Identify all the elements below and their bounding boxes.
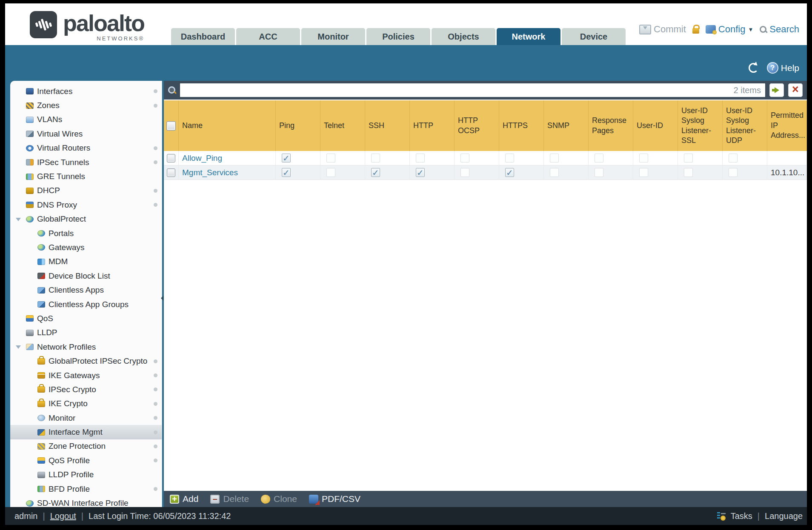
commit-button[interactable]: Commit xyxy=(639,24,686,35)
column-header-user-id-syslog-listener-ssl[interactable]: User-ID Syslog Listener-SSL xyxy=(678,100,723,151)
select-all-checkbox[interactable] xyxy=(166,121,176,131)
sidebar-item-globalprotect-ipsec-crypto[interactable]: GlobalProtect IPSec Crypto xyxy=(10,354,162,368)
sidebar-item-monitor[interactable]: Monitor xyxy=(10,411,162,425)
zones-icon xyxy=(26,103,34,109)
config-label: Config xyxy=(718,24,746,35)
sidebar-item-label: DHCP xyxy=(37,186,60,195)
column-header-ssh[interactable]: SSH xyxy=(365,100,410,151)
sidebar-item-dhcp[interactable]: DHCP xyxy=(10,184,162,198)
help-button[interactable]: ? Help xyxy=(767,62,799,74)
lock-icon[interactable] xyxy=(692,28,699,34)
item-dot xyxy=(154,373,157,377)
tab-policies[interactable]: Policies xyxy=(366,28,430,45)
sidebar-item-dns-proxy[interactable]: DNS Proxy xyxy=(10,198,162,212)
sidebar-item-vlans[interactable]: VLANs xyxy=(10,113,162,127)
app-window: paloalto NETWORKS® DashboardACCMonitorPo… xyxy=(5,3,807,525)
tab-acc[interactable]: ACC xyxy=(236,28,300,45)
cell-response-pages xyxy=(589,151,633,165)
expander-icon[interactable] xyxy=(16,345,21,349)
sidebar-item-portals[interactable]: Portals xyxy=(10,226,162,240)
apply-filter-button[interactable] xyxy=(769,83,784,97)
column-header-name[interactable]: Name xyxy=(179,100,276,151)
sidebar-item-zones[interactable]: Zones xyxy=(10,98,162,112)
sidebar-item-interface-mgmt[interactable]: Interface Mgmt xyxy=(10,425,162,439)
logout-link[interactable]: Logout xyxy=(50,511,76,521)
tab-monitor[interactable]: Monitor xyxy=(301,28,365,45)
sidebar-item-label: LLDP xyxy=(37,328,57,337)
clientless-app-groups-icon xyxy=(37,301,45,308)
delete-button[interactable]: Delete xyxy=(210,494,249,504)
sidebar-item-clientless-app-groups[interactable]: Clientless App Groups xyxy=(10,297,162,311)
column-header-user-id[interactable]: User-ID xyxy=(633,100,678,151)
sidebar-item-label: MDM xyxy=(49,257,68,266)
sidebar-item-qos[interactable]: QoS xyxy=(10,311,162,325)
monitor-icon xyxy=(37,415,45,421)
row-name-link[interactable]: Allow_Ping xyxy=(182,154,222,163)
column-header-http-ocsp[interactable]: HTTP OCSP xyxy=(455,100,499,151)
row-checkbox[interactable] xyxy=(167,168,175,177)
refresh-icon[interactable] xyxy=(749,63,758,73)
sidebar-item-globalprotect[interactable]: GlobalProtect xyxy=(10,212,162,226)
clone-button[interactable]: Clone xyxy=(261,494,297,504)
sidebar-item-network-profiles[interactable]: Network Profiles xyxy=(10,340,162,354)
unchecked-box xyxy=(326,154,335,162)
unchecked-box xyxy=(729,168,738,177)
column-header-telnet[interactable]: Telnet xyxy=(320,100,365,151)
row-checkbox[interactable] xyxy=(167,154,175,162)
row-name-link[interactable]: Mgmt_Services xyxy=(182,168,238,177)
sidebar-item-mdm[interactable]: MDM xyxy=(10,255,162,269)
column-header-https[interactable]: HTTPS xyxy=(499,100,544,151)
sidebar-item-virtual-wires[interactable]: Virtual Wires xyxy=(10,127,162,141)
sidebar: InterfacesZonesVLANsVirtual WiresVirtual… xyxy=(10,81,162,507)
tab-objects[interactable]: Objects xyxy=(432,28,495,45)
filter-input[interactable] xyxy=(180,83,765,97)
sidebar-item-ipsec-tunnels[interactable]: IPSec Tunnels xyxy=(10,155,162,169)
clear-filter-button[interactable]: × xyxy=(788,83,803,97)
tab-device[interactable]: Device xyxy=(562,28,626,45)
tab-network[interactable]: Network xyxy=(497,28,560,45)
sidebar-item-ike-crypto[interactable]: IKE Crypto xyxy=(10,397,162,411)
sidebar-collapse-icon[interactable] xyxy=(161,296,163,301)
sidebar-item-qos-profile[interactable]: QoS Profile xyxy=(10,453,162,467)
cell-user-id-syslog-listener-ssl xyxy=(678,151,723,165)
sidebar-item-lldp[interactable]: LLDP xyxy=(10,326,162,340)
column-header-permitted-ip-address[interactable]: Permitted IP Address... xyxy=(767,100,807,151)
pdf-csv-button[interactable]: PDF/CSV xyxy=(309,494,360,504)
cell-http-ocsp xyxy=(455,151,499,165)
column-header-http[interactable]: HTTP xyxy=(410,100,455,151)
column-header-snmp[interactable]: SNMP xyxy=(544,100,589,151)
item-dot xyxy=(154,416,157,420)
sidebar-item-virtual-routers[interactable]: Virtual Routers xyxy=(10,141,162,155)
sidebar-item-bfd-profile[interactable]: BFD Profile xyxy=(10,482,162,496)
sidebar-item-interfaces[interactable]: Interfaces xyxy=(10,84,162,98)
expander-icon[interactable] xyxy=(16,218,21,221)
red-x-icon: × xyxy=(792,84,799,95)
sidebar-item-lldp-profile[interactable]: LLDP Profile xyxy=(10,468,162,482)
sidebar-item-gateways[interactable]: Gateways xyxy=(10,240,162,254)
top-actions: Commit Config ▼ Search xyxy=(639,24,799,35)
add-button[interactable]: Add xyxy=(170,494,198,504)
sidebar-item-device-block-list[interactable]: Device Block List xyxy=(10,269,162,283)
language-link[interactable]: Language xyxy=(765,511,803,521)
sidebar-item-ike-gateways[interactable]: IKE Gateways xyxy=(10,368,162,382)
sidebar-item-zone-protection[interactable]: Zone Protection xyxy=(10,439,162,453)
checked-icon: ✓ xyxy=(282,168,291,177)
tasks-link[interactable]: Tasks xyxy=(731,511,752,521)
top-header: paloalto NETWORKS® DashboardACCMonitorPo… xyxy=(5,3,807,45)
column-header-response-pages[interactable]: Response Pages xyxy=(589,100,633,151)
sidebar-item-clientless-apps[interactable]: Clientless Apps xyxy=(10,283,162,297)
config-menu-button[interactable]: Config ▼ xyxy=(706,24,753,35)
global-search-button[interactable]: Search xyxy=(760,24,799,35)
sidebar-item-label: Interfaces xyxy=(37,87,72,96)
delete-icon xyxy=(210,495,220,504)
sidebar-item-ipsec-crypto[interactable]: IPSec Crypto xyxy=(10,382,162,396)
config-icon xyxy=(706,25,716,34)
column-header-user-id-syslog-listener-udp[interactable]: User-ID Syslog Listener-UDP xyxy=(723,100,767,151)
item-dot xyxy=(154,189,157,193)
sidebar-item-sd-wan-interface-profile[interactable]: SD-WAN Interface Profile xyxy=(10,496,162,507)
column-header-ping[interactable]: Ping xyxy=(276,100,320,151)
cell-user-id-syslog-listener-udp xyxy=(723,165,767,180)
tab-dashboard[interactable]: Dashboard xyxy=(171,28,235,45)
table-row: Allow_Ping✓ xyxy=(164,151,807,165)
sidebar-item-gre-tunnels[interactable]: GRE Tunnels xyxy=(10,169,162,183)
